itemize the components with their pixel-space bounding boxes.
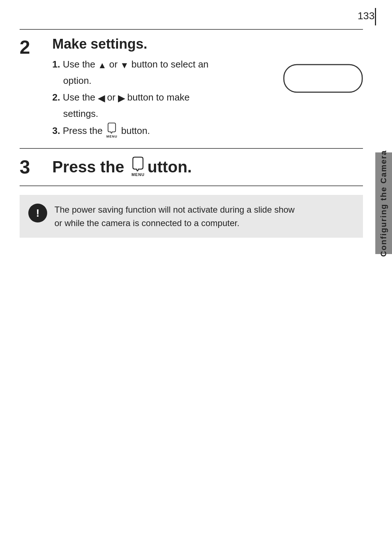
- step-2-instr3-text-before: Press the: [63, 125, 105, 136]
- step-3-content: Press the MENU utton.: [49, 157, 192, 177]
- sidebar-tab: Configuring the Camera: [375, 152, 392, 254]
- arrow-left-icon: ◀: [98, 91, 105, 105]
- step-2-option-text: option.: [63, 75, 91, 86]
- step-3-number: 3: [20, 158, 49, 176]
- step-2-instruction-3: 3. Press the MENU button.: [52, 123, 363, 140]
- svg-rect-0: [284, 65, 362, 92]
- note-text-line2: or while the camera is connected to a co…: [54, 218, 240, 228]
- note-text-line1: The power saving function will not activ…: [54, 205, 295, 214]
- step-2-instr1-text-after: button to select an: [131, 59, 208, 70]
- arrow-down-icon: ▼: [120, 58, 129, 72]
- step2-image: [283, 64, 363, 94]
- step-2-number: 2: [20, 36, 49, 57]
- step-2-instruction-3-num: 3.: [52, 125, 60, 136]
- step-2-instr2-text-before: Use the: [63, 92, 98, 103]
- page-number: 133: [358, 10, 375, 22]
- menu-icon-label-step3: MENU: [131, 172, 144, 177]
- step-2-instruction-2-num: 2.: [52, 92, 60, 103]
- step-3-row: 3 Press the MENU utton.: [20, 149, 363, 186]
- step-2-title: Make settings.: [52, 36, 363, 52]
- main-content: 2 Make settings. 1. Use the ▲ or ▼ butto…: [20, 29, 363, 238]
- menu-button-icon-step2: MENU: [106, 122, 118, 139]
- step-2-instr2-or: or: [107, 92, 118, 103]
- step-2-instr2-text-after: button to make: [127, 92, 190, 103]
- step-3-text-before: Press the: [52, 158, 128, 176]
- step-2-instr1-text-before: Use the: [63, 59, 98, 70]
- step-2-instr3-text-after: button.: [121, 125, 150, 136]
- step-3-text-after: utton.: [147, 158, 192, 176]
- arrow-up-icon: ▲: [98, 58, 107, 72]
- sidebar-tab-label: Configuring the Camera: [379, 150, 388, 257]
- arrow-right-icon: ▶: [118, 91, 124, 105]
- page-number-bar: [375, 8, 376, 25]
- step-2-instr1-or: or: [109, 59, 120, 70]
- step-2-settings-text: settings.: [63, 108, 98, 119]
- step-2-row: 2 Make settings. 1. Use the ▲ or ▼ butto…: [20, 30, 363, 149]
- note-text: The power saving function will not activ…: [54, 203, 295, 230]
- note-section: ! The power saving function will not act…: [20, 195, 363, 238]
- menu-button-icon-step3: MENU: [131, 156, 145, 177]
- warning-icon: !: [28, 204, 47, 222]
- menu-icon-label: MENU: [106, 134, 118, 139]
- step-2-instruction-2-cont: settings.: [52, 106, 363, 121]
- warning-icon-symbol: !: [36, 207, 40, 219]
- step-2-instruction-1-num: 1.: [52, 59, 60, 70]
